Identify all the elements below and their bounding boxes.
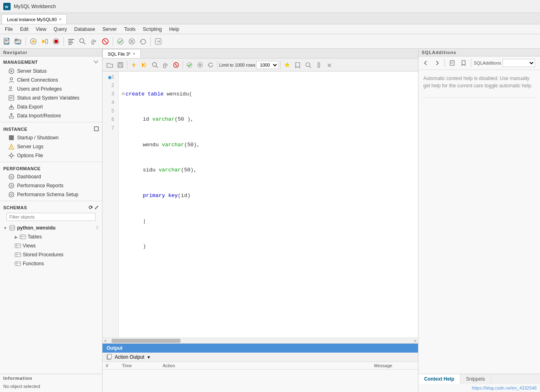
- search-button[interactable]: [77, 36, 88, 47]
- ed-star-btn[interactable]: [282, 60, 292, 70]
- menu-edit[interactable]: Edit: [17, 26, 32, 33]
- x-button[interactable]: [126, 36, 137, 47]
- code-line-7: ): [122, 243, 415, 251]
- new-sql-button[interactable]: SQL: [2, 36, 12, 47]
- stop-button[interactable]: [51, 36, 61, 47]
- right-panel-tab-bar: Context Help Snippets: [418, 374, 540, 384]
- nav-status-system-vars[interactable]: Status and System Variables: [0, 93, 102, 102]
- svg-point-54: [11, 185, 12, 186]
- nav-performance-schema[interactable]: Performance Schema Setup: [0, 190, 102, 199]
- tab-close-btn[interactable]: ×: [59, 17, 61, 22]
- menu-file[interactable]: File: [2, 26, 16, 33]
- h-scroll-left[interactable]: <: [102, 338, 108, 343]
- menu-help[interactable]: Help: [166, 26, 183, 33]
- ed-magnify-btn[interactable]: [150, 60, 160, 70]
- jump-to-select[interactable]: [503, 59, 535, 67]
- menu-view[interactable]: View: [33, 26, 50, 33]
- schemas-refresh-icon[interactable]: ⟳: [89, 204, 93, 210]
- nav-dashboard[interactable]: Dashboard: [0, 172, 102, 181]
- ed-search2-btn[interactable]: [303, 60, 313, 70]
- svg-rect-72: [119, 65, 122, 67]
- editor-tab-sql3[interactable]: SQL File 3* ×: [102, 49, 141, 58]
- ed-lightning-btn[interactable]: [129, 60, 139, 70]
- schemas-expand-icon[interactable]: ⤢: [94, 204, 99, 210]
- code-line-5: primary key(id): [122, 192, 415, 200]
- schema-child-functions[interactable]: Functions: [0, 259, 102, 268]
- right-bookmark-btn[interactable]: [459, 58, 468, 68]
- nav-server-logs[interactable]: Server Logs: [0, 142, 102, 151]
- nav-client-connections[interactable]: Client Connections: [0, 76, 102, 84]
- col-time-label: Time: [122, 363, 155, 368]
- performance-schema-icon: [8, 191, 15, 198]
- nav-server-status[interactable]: Server Status: [0, 67, 102, 76]
- management-expand-icon[interactable]: [93, 59, 99, 65]
- views-icon: [15, 243, 21, 249]
- execute-selection-button[interactable]: [39, 36, 50, 47]
- performance-reports-icon: [8, 182, 15, 189]
- refresh-button[interactable]: [138, 36, 148, 47]
- code-editor[interactable]: 1 2 3 4 5 6 7 ⊟ create table wensidu( id…: [102, 71, 418, 338]
- tab-snippets[interactable]: Snippets: [460, 374, 491, 384]
- schema-child-views[interactable]: Views: [0, 241, 102, 250]
- ed-stop-btn[interactable]: [171, 60, 181, 70]
- navigator-content[interactable]: MANAGEMENT Server Status Client Connecti…: [0, 56, 102, 374]
- tab-context-help[interactable]: Context Help: [418, 374, 460, 384]
- ed-arrow-btn[interactable]: [324, 60, 334, 70]
- ed-execute-selected-btn[interactable]: [139, 60, 149, 70]
- svg-point-80: [187, 63, 192, 67]
- execute-button[interactable]: [28, 36, 39, 47]
- action-output-label: Action Output: [115, 354, 144, 360]
- limit-select[interactable]: 1000 500 200 100: [256, 61, 279, 69]
- sql-additions-header: SQLAdditions: [418, 49, 540, 56]
- check-button[interactable]: [115, 36, 126, 47]
- nav-startup-shutdown[interactable]: Startup / Shutdown: [0, 133, 102, 142]
- menu-database[interactable]: Database: [71, 26, 98, 33]
- hand-button[interactable]: [89, 36, 99, 47]
- center-panel: SQL File 3* ×: [102, 49, 418, 392]
- ed-refresh-btn[interactable]: [206, 60, 216, 70]
- footer-url[interactable]: https://blog.csdn.ne/en_4332546: [472, 386, 537, 390]
- svg-line-22: [83, 42, 85, 44]
- format-button[interactable]: [66, 36, 76, 47]
- ed-bookmark-btn[interactable]: [293, 60, 303, 70]
- schema-child-tables[interactable]: ▶ Tables: [0, 232, 102, 241]
- right-doc-btn[interactable]: [447, 58, 457, 68]
- output-dropdown-icon[interactable]: ▼: [147, 355, 151, 360]
- schema-child-stored-procedures[interactable]: Stored Procedures: [0, 250, 102, 259]
- ed-save-btn[interactable]: [115, 60, 125, 70]
- ed-pipe-btn[interactable]: [314, 60, 324, 70]
- h-scroll-right[interactable]: >: [412, 338, 418, 343]
- svg-point-45: [11, 148, 12, 149]
- nav-data-import[interactable]: Data Import/Restore: [0, 111, 102, 120]
- menu-scripting[interactable]: Scripting: [139, 26, 165, 33]
- horizontal-scrollbar[interactable]: < >: [102, 338, 418, 343]
- code-content[interactable]: ⊟ create table wensidu( id varchar(50 ),…: [119, 71, 418, 338]
- tab-label: Local instance MySQL80: [7, 17, 57, 22]
- ed-x-circle-btn[interactable]: [195, 60, 205, 70]
- menu-query[interactable]: Query: [50, 26, 70, 33]
- export2-button[interactable]: [153, 36, 163, 47]
- right-back-btn[interactable]: [421, 58, 431, 68]
- menu-server[interactable]: Server: [99, 26, 120, 33]
- schema-python-wensidu[interactable]: ▼ python_wensidu: [0, 223, 102, 232]
- nav-options-file[interactable]: Options File: [0, 151, 102, 160]
- collapse-icon-1[interactable]: ⊟: [122, 91, 125, 98]
- main-tab[interactable]: Local instance MySQL80 ×: [2, 14, 67, 24]
- open-file-button[interactable]: SQL: [13, 36, 24, 47]
- ed-hand-btn[interactable]: [161, 60, 170, 70]
- menu-tools[interactable]: Tools: [121, 26, 139, 33]
- editor-tab-close[interactable]: ×: [133, 52, 135, 56]
- output-table-header: # Time Action Message: [102, 362, 418, 370]
- nav-users-privileges[interactable]: Users and Privileges: [0, 84, 102, 93]
- svg-rect-14: [46, 39, 48, 43]
- scroll-thumb[interactable]: [111, 339, 181, 343]
- right-forward-btn[interactable]: [432, 58, 442, 68]
- nav-data-export[interactable]: Data Export: [0, 102, 102, 111]
- toolbar-sep-1: [26, 37, 26, 46]
- ed-open-btn[interactable]: [105, 60, 115, 70]
- stop-circle-button[interactable]: [100, 36, 111, 47]
- filter-objects-input[interactable]: [7, 213, 96, 221]
- right-panel-content: Automatic context help is disabled. Use …: [418, 70, 540, 374]
- nav-performance-reports[interactable]: Performance Reports: [0, 181, 102, 190]
- ed-check-circle-btn[interactable]: [185, 60, 194, 70]
